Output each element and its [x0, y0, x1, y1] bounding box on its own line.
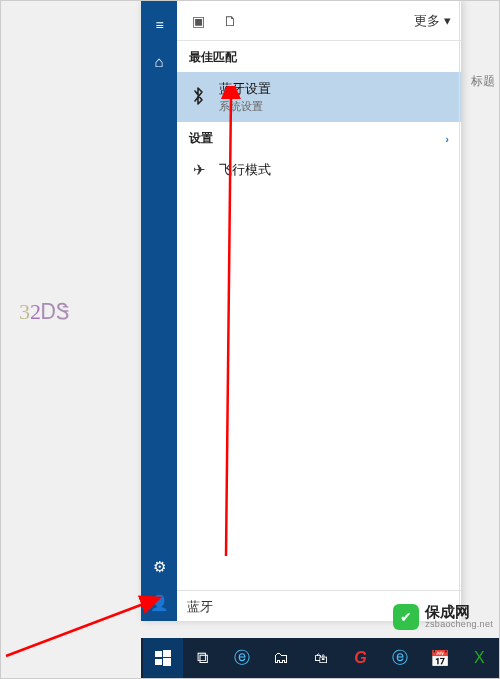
start-left-rail: ≡ ⌂ ⚙ 👤: [141, 1, 177, 621]
ie-button[interactable]: ⓔ: [380, 638, 420, 678]
taskbar: ⧉ ⓔ 🗂 🛍 G ⓔ 📅 X: [141, 638, 500, 678]
result-title: 飞行模式: [219, 161, 271, 179]
start-button[interactable]: [143, 638, 183, 678]
file-explorer-button[interactable]: 🗂: [262, 638, 302, 678]
result-title: 蓝牙设置: [219, 80, 271, 98]
group-header-settings: 设置 ›: [177, 122, 461, 153]
right-strip-tag: 标题: [471, 73, 495, 90]
recent-icon[interactable]: ▣: [187, 13, 209, 29]
svg-rect-1: [163, 650, 171, 657]
annotation-branding: ✔ 保成网 zsbaocheng.net: [393, 604, 493, 630]
excel-button[interactable]: X: [460, 638, 500, 678]
result-airplane-mode[interactable]: ✈ 飞行模式: [177, 153, 461, 187]
results-top-bar: ▣ 🗋 更多 ▾: [177, 1, 461, 41]
chevron-down-icon: ▾: [444, 13, 451, 28]
right-strip: 标题: [459, 1, 499, 621]
store-button[interactable]: 🛍: [301, 638, 341, 678]
svg-rect-3: [163, 658, 171, 666]
result-bluetooth-settings[interactable]: 蓝牙设置 系统设置: [177, 72, 461, 122]
calendar-button[interactable]: 📅: [420, 638, 460, 678]
result-subtitle: 系统设置: [219, 99, 271, 114]
start-search-panel: ≡ ⌂ ⚙ 👤 ▣ 🗋 更多 ▾ 最佳匹配 蓝牙设置 系统设置: [141, 1, 461, 621]
more-dropdown[interactable]: 更多 ▾: [414, 12, 451, 30]
watermark: 32ᎠᏕ: [19, 299, 70, 325]
bluetooth-icon: [189, 86, 209, 109]
airplane-icon: ✈: [189, 161, 209, 179]
gear-icon[interactable]: ⚙: [141, 549, 177, 585]
svg-rect-2: [155, 659, 162, 665]
svg-rect-0: [155, 651, 162, 657]
hamburger-icon[interactable]: ≡: [141, 7, 177, 43]
group-header-best-match: 最佳匹配: [177, 41, 461, 72]
home-icon[interactable]: ⌂: [141, 43, 177, 79]
search-results-pane: ▣ 🗋 更多 ▾ 最佳匹配 蓝牙设置 系统设置 设置 › ✈: [177, 1, 461, 621]
app-g-button[interactable]: G: [341, 638, 381, 678]
brand-name: 保成网: [425, 604, 493, 621]
edge-button[interactable]: ⓔ: [222, 638, 262, 678]
document-icon[interactable]: 🗋: [219, 13, 241, 29]
brand-url: zsbaocheng.net: [425, 620, 493, 630]
user-icon[interactable]: 👤: [141, 585, 177, 621]
task-view-button[interactable]: ⧉: [183, 638, 223, 678]
chevron-right-icon[interactable]: ›: [445, 133, 449, 145]
brand-logo-icon: ✔: [393, 604, 419, 630]
